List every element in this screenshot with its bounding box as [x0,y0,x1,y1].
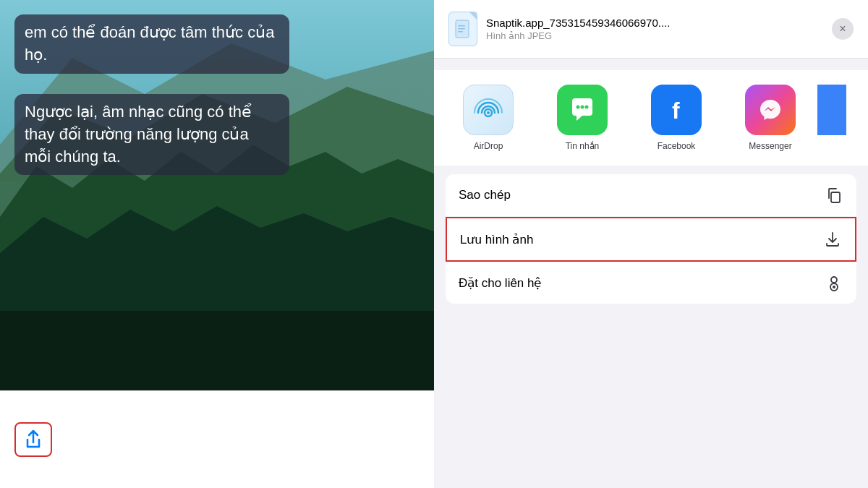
app-item-messenger[interactable]: Messenger [723,85,817,151]
facebook-icon-bg: f [651,85,702,135]
svg-rect-19 [831,192,840,202]
messenger-label: Messenger [749,141,791,151]
airdrop-label: AirDrop [474,141,503,151]
svg-point-15 [581,106,584,109]
partial-app-icon [817,85,846,135]
document-icon [455,20,471,38]
app-item-partial[interactable] [817,85,846,151]
bottom-bar [0,390,434,488]
share-apps-area: AirDrop Tin nhắn f [434,70,868,166]
action-contact[interactable]: Đặt cho liên hệ [446,262,856,304]
airdrop-icon-bg [463,85,514,135]
copy-icon [825,186,843,205]
file-type: Hình ảnh JPEG [486,30,823,41]
app-item-airdrop[interactable]: AirDrop [441,85,535,151]
save-icon [823,230,842,249]
image-area: em có thể đoán được tâm thức của họ. Ngư… [0,0,434,390]
right-panel: Snaptik.app_735315459346066970.... Hình … [434,0,868,488]
action-list: Sao chép Lưu hình ảnh Đặt cho liên hệ [446,174,856,304]
svg-point-20 [831,277,837,283]
svg-rect-10 [458,28,465,30]
save-image-label: Lưu hình ảnh [460,232,533,247]
file-icon [448,12,477,46]
svg-text:f: f [672,98,680,124]
svg-rect-9 [458,25,465,27]
action-copy[interactable]: Sao chép [446,174,856,217]
messenger-icon-bg [745,85,796,135]
facebook-icon: f [660,94,692,126]
svg-point-14 [576,106,580,109]
messages-label: Tin nhắn [566,141,600,151]
text-bubble-2: Ngược lại, âm nhạc cũng có thể thay đổi … [14,94,289,175]
facebook-label: Facebook [658,141,696,151]
svg-point-22 [833,286,835,288]
messages-icon-bg [557,85,608,135]
copy-label: Sao chép [459,188,511,202]
contact-label: Đặt cho liên hệ [459,275,542,291]
left-panel: em có thể đoán được tâm thức của họ. Ngư… [0,0,434,488]
app-item-facebook[interactable]: f Facebook [629,85,723,151]
messages-icon [566,94,598,126]
action-save-image[interactable]: Lưu hình ảnh [446,217,856,262]
apps-row: AirDrop Tin nhắn f [441,85,861,151]
airdrop-icon [472,94,504,126]
messenger-icon [754,94,786,126]
share-icon [22,428,45,451]
file-header: Snaptik.app_735315459346066970.... Hình … [434,0,868,59]
close-button[interactable]: × [832,18,854,40]
contact-icon [825,273,843,292]
app-item-messages[interactable]: Tin nhắn [535,85,629,151]
svg-rect-11 [458,31,463,33]
text-bubble-1: em có thể đoán được tâm thức của họ. [14,14,289,74]
svg-point-13 [487,111,490,114]
svg-point-16 [585,106,589,109]
svg-rect-6 [0,311,434,390]
file-info: Snaptik.app_735315459346066970.... Hình … [486,17,823,41]
file-name: Snaptik.app_735315459346066970.... [486,17,823,29]
share-button[interactable] [14,422,52,457]
